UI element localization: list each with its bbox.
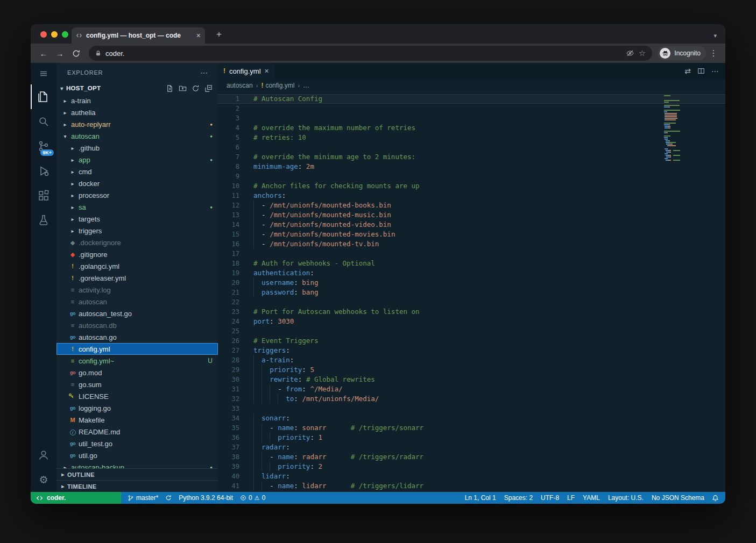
source-control-icon[interactable]: 9K+ xyxy=(31,134,56,159)
tree-item[interactable]: LICENSE xyxy=(56,390,218,402)
code-line[interactable]: 9 xyxy=(218,172,725,181)
tree-root[interactable]: ▾ HOST_OPT xyxy=(56,82,218,95)
code-line[interactable]: 36 priority: 1 xyxy=(218,433,725,442)
code-line[interactable]: 33 xyxy=(218,404,725,413)
breadcrumb-file[interactable]: ! config.yml xyxy=(261,82,294,89)
code-line[interactable]: 40 lidarr: xyxy=(218,471,725,481)
url-text[interactable]: coder. xyxy=(105,49,621,58)
address-bar[interactable]: coder. ☆ xyxy=(89,46,652,61)
status-item[interactable]: Spaces: 2 xyxy=(504,494,533,502)
code-line[interactable]: 19authentication: xyxy=(218,268,725,278)
code-line[interactable]: 3 xyxy=(218,113,725,123)
tree-item[interactable]: ≡activity.log xyxy=(56,284,218,296)
settings-gear-icon[interactable]: ⚙ xyxy=(31,467,56,492)
tree-item[interactable]: gogo.mod xyxy=(56,367,218,378)
search-icon[interactable] xyxy=(31,109,56,134)
more-actions-icon[interactable]: ⋯ xyxy=(200,68,208,77)
menu-icon[interactable] xyxy=(31,63,56,84)
forward-icon[interactable]: → xyxy=(52,46,67,61)
run-debug-icon[interactable] xyxy=(31,159,56,183)
close-icon[interactable] xyxy=(40,31,47,38)
code-line[interactable]: 35 - name: sonarr # /triggers/sonarr xyxy=(218,423,725,433)
outline-section[interactable]: ▸ OUTLINE xyxy=(56,468,218,480)
browser-tab[interactable]: config.yml — host_opt — code × xyxy=(72,27,205,44)
code-line[interactable]: 18# Auth for webhooks - Optional xyxy=(218,259,725,268)
editor-tab[interactable]: ! config.yml × xyxy=(218,63,274,79)
code-line[interactable]: 14 - /mnt/unionfs/mounted-video.bin xyxy=(218,220,725,230)
timeline-section[interactable]: ▸ TIMELINE xyxy=(56,480,218,492)
sync-icon[interactable] xyxy=(165,495,172,501)
breadcrumb-symbol[interactable]: … xyxy=(303,82,309,89)
tree-item[interactable]: ▸cmd xyxy=(56,166,218,177)
code-line[interactable]: 38 - name: radarr # /triggers/radarr xyxy=(218,452,725,462)
code-line[interactable]: 5# retries: 10 xyxy=(218,133,725,142)
collapse-all-icon[interactable] xyxy=(204,84,213,92)
code-line[interactable]: 1# Autoscan Config xyxy=(218,94,725,104)
star-icon[interactable]: ☆ xyxy=(639,48,646,58)
code-area[interactable]: 1# Autoscan Config234# override the maxi… xyxy=(218,92,725,492)
code-line[interactable]: 26# Event Triggers xyxy=(218,336,725,346)
tree-item[interactable]: ▸auto-replyarr● xyxy=(56,118,218,130)
new-folder-icon[interactable] xyxy=(179,84,187,92)
account-icon[interactable] xyxy=(31,442,56,467)
breadcrumb-folder[interactable]: autoscan xyxy=(227,82,253,89)
refresh-icon[interactable] xyxy=(192,84,200,92)
tree-item[interactable]: ≡go.sum xyxy=(56,378,218,390)
code-line[interactable]: 17 xyxy=(218,249,725,259)
git-branch-status[interactable]: master* xyxy=(128,494,158,502)
tree-item[interactable]: ≡autoscan xyxy=(56,296,218,308)
tree-item[interactable]: ◆.gitignore xyxy=(56,248,218,260)
code-line[interactable]: 8minimum-age: 2m xyxy=(218,162,725,172)
back-icon[interactable]: ← xyxy=(36,46,51,61)
test-beaker-icon[interactable] xyxy=(31,208,56,233)
eye-blocked-icon[interactable] xyxy=(626,49,634,58)
tree-item[interactable]: ▸targets xyxy=(56,213,218,225)
extensions-icon[interactable] xyxy=(31,183,56,208)
tree-item[interactable]: ◆.dockerignore xyxy=(56,237,218,248)
tree-item[interactable]: iREADME.md xyxy=(56,426,218,438)
tree-item[interactable]: ▸processor xyxy=(56,189,218,201)
tree-item[interactable]: ▸docker xyxy=(56,177,218,189)
tree-item[interactable]: ▸sa● xyxy=(56,201,218,213)
tree-item[interactable]: goautoscan_test.go xyxy=(56,308,218,319)
chevron-down-icon[interactable]: ▾ xyxy=(713,32,717,39)
new-tab-button[interactable]: + xyxy=(213,29,225,40)
tree-item[interactable]: !config.yml xyxy=(56,343,218,355)
explorer-icon[interactable] xyxy=(31,84,56,109)
code-line[interactable]: 13 - /mnt/unionfs/mounted-music.bin xyxy=(218,210,725,220)
tree-item[interactable]: ▸a-train xyxy=(56,95,218,106)
code-line[interactable]: 2 xyxy=(218,104,725,113)
code-line[interactable]: 4# override the maximum number of retrie… xyxy=(218,123,725,133)
close-icon[interactable]: × xyxy=(265,67,269,75)
code-line[interactable]: 41 - name: lidarr # /triggers/lidarr xyxy=(218,481,725,491)
code-line[interactable]: 25 xyxy=(218,326,725,336)
tree-item[interactable]: ▸.github xyxy=(56,142,218,154)
code-line[interactable]: 10# Anchor files for checking mounts are… xyxy=(218,181,725,191)
minimize-icon[interactable] xyxy=(51,31,58,38)
status-item[interactable]: YAML xyxy=(583,494,600,502)
code-line[interactable]: 34 sonarr: xyxy=(218,413,725,423)
tree-item[interactable]: !.golangci.yml xyxy=(56,260,218,272)
tree-item[interactable]: MMakefile xyxy=(56,414,218,426)
code-line[interactable]: 23# Port for Autoscan webhooks to listen… xyxy=(218,307,725,317)
code-line[interactable]: 24port: 3030 xyxy=(218,317,725,326)
tree-item[interactable]: ▸authelia xyxy=(56,106,218,118)
tree-item[interactable]: ≡autoscan.db xyxy=(56,319,218,331)
code-line[interactable]: 15 - /mnt/unionfs/mounted-movies.bin xyxy=(218,230,725,239)
code-line[interactable]: 31 - from: ^/Media/ xyxy=(218,384,725,394)
problems-status[interactable]: 0 ⚠ 0 xyxy=(240,494,265,502)
tree-item[interactable]: goautoscan.go xyxy=(56,331,218,343)
status-item[interactable]: Ln 1, Col 1 xyxy=(465,494,496,502)
code-line[interactable]: 27triggers: xyxy=(218,346,725,355)
code-line[interactable]: 16 - /mnt/unionfs/mounted-tv.bin xyxy=(218,239,725,249)
kebab-menu-icon[interactable]: ⋮ xyxy=(707,48,720,58)
code-line[interactable]: 22 xyxy=(218,297,725,307)
status-item[interactable]: UTF-8 xyxy=(541,494,559,502)
minimap[interactable] xyxy=(664,95,701,161)
tree-item[interactable]: gologging.go xyxy=(56,402,218,414)
status-item[interactable]: Layout: U.S. xyxy=(608,494,644,502)
new-file-icon[interactable] xyxy=(166,84,174,92)
code-line[interactable]: 30 rewrite: # Global rewrites xyxy=(218,375,725,384)
code-line[interactable]: 11anchors: xyxy=(218,191,725,201)
code-line[interactable]: 37 radarr: xyxy=(218,442,725,452)
